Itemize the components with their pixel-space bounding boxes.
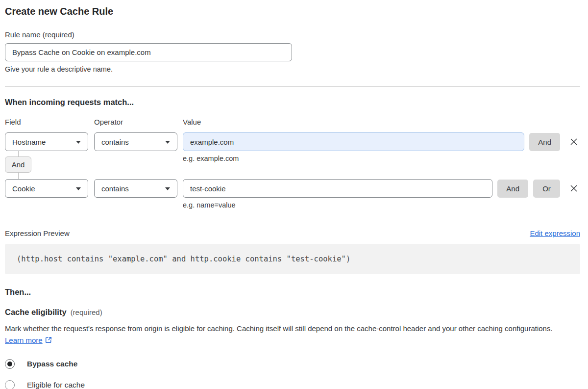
row1-operator-select[interactable]: contains [94,132,177,151]
rule-name-label: Rule name (required) [5,30,580,39]
condition-connector-area: And e.g. example.com [5,151,580,179]
row2-value-hint: e.g. name=value [183,201,580,209]
radio-selected-icon [5,359,15,369]
and-connector-button[interactable]: And [5,156,31,173]
close-icon [569,137,579,147]
cache-eligibility-description: Mark whether the request's response from… [5,323,569,346]
row2-field-select-value: Cookie [12,184,35,193]
row1-field-select-value: Hostname [12,138,46,146]
rule-name-input[interactable] [5,43,292,61]
chevron-down-icon [165,187,170,190]
chevron-down-icon [76,187,81,190]
row1-remove-button[interactable] [567,135,580,148]
condition-row-2: Cookie contains And Or [5,179,580,198]
description-text: Mark whether the request's response from… [5,324,553,333]
cache-eligibility-header: Cache eligibility (required) [5,308,580,317]
expression-preview-block: (http.host contains "example.com" and ht… [5,244,580,274]
row2-and-button[interactable]: And [497,180,528,198]
row2-operator-select-value: contains [101,184,129,193]
external-link-icon [45,336,52,344]
operator-column-label: Operator [94,118,183,126]
condition-connector: And [5,151,31,179]
row2-field-select[interactable]: Cookie [5,179,88,198]
row1-value-hint: e.g. example.com [183,155,239,162]
required-note: (required) [71,308,102,316]
section-divider [5,86,580,87]
radio-option-eligible-for-cache[interactable]: Eligible for cache [5,380,580,389]
cache-eligibility-heading: Cache eligibility [5,308,67,317]
row1-value-input[interactable] [183,132,524,151]
then-heading: Then... [5,287,580,297]
expression-code: (http.host contains "example.com" and ht… [17,255,350,263]
connector-line [18,173,19,179]
value-column-label: Value [183,118,201,126]
expression-preview-label: Expression Preview [5,229,70,237]
condition-column-headers: Field Operator Value [5,118,580,126]
row2-value-input[interactable] [183,179,492,198]
chevron-down-icon [76,141,81,144]
match-heading: When incoming requests match... [5,98,580,107]
create-cache-rule-page: Create new Cache Rule Rule name (require… [0,0,588,389]
edit-expression-link[interactable]: Edit expression [530,229,580,237]
expression-preview-header: Expression Preview Edit expression [5,229,580,237]
field-column-label: Field [5,118,94,126]
radio-dot [7,362,12,366]
bypass-cache-label: Bypass cache [27,360,77,368]
condition-row-1: Hostname contains And [5,132,580,151]
radio-unselected-icon [5,380,15,389]
row1-and-button[interactable]: And [529,133,560,151]
row2-operator-select[interactable]: contains [94,179,177,198]
page-title: Create new Cache Rule [5,5,580,18]
close-icon [569,183,579,193]
chevron-down-icon [165,141,170,144]
row1-operator-select-value: contains [101,138,129,146]
rule-name-helper: Give your rule a descriptive name. [5,65,580,73]
row1-field-select[interactable]: Hostname [5,132,88,151]
radio-option-bypass-cache[interactable]: Bypass cache [5,359,580,369]
learn-more-link[interactable]: Learn more [5,336,43,344]
row2-or-button[interactable]: Or [533,180,560,198]
eligible-for-cache-label: Eligible for cache [27,381,85,389]
connector-line [18,151,19,156]
row2-remove-button[interactable] [567,182,580,195]
